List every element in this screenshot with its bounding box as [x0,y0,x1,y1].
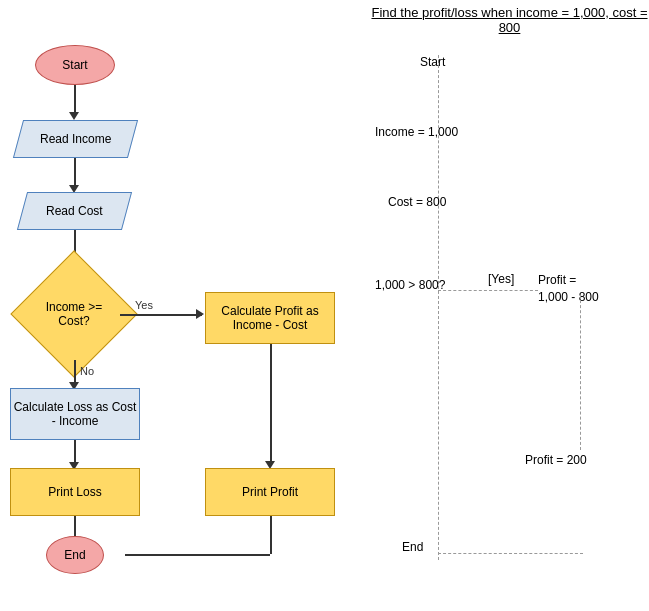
arrow-start-income [74,85,76,115]
flowchart: Start Read Income Read Cost Income >= Co… [0,0,370,611]
calc-loss-node: Calculate Loss as Cost - Income [10,388,140,440]
arrowhead-yes [196,309,204,319]
trace-panel: Find the profit/loss when income = 1,000… [370,0,649,611]
trace-end-line [438,553,583,554]
arrow-profit-print [270,344,272,464]
trace-cost: Cost = 800 [388,195,446,209]
arrow-profit-end-h [125,554,270,556]
trace-profit-v-line [580,295,581,450]
trace-end: End [402,540,423,554]
trace-title: Find the profit/loss when income = 1,000… [370,5,649,35]
no-label: No [80,365,94,377]
trace-start: Start [420,55,445,69]
start-node: Start [35,45,115,85]
read-cost-node: Read Cost [17,192,132,230]
print-loss-node: Print Loss [10,468,140,516]
read-income-node: Read Income [13,120,138,158]
calc-profit-node: Calculate Profit as Income - Cost [205,292,335,344]
yes-label: Yes [135,299,153,311]
decision-node: Income >= Cost? [28,268,120,360]
print-profit-node: Print Profit [205,468,335,516]
trace-yes-line [438,290,538,291]
trace-income: Income = 1,000 [375,125,458,139]
main-container: Start Read Income Read Cost Income >= Co… [0,0,649,611]
trace-profit-calc: Profit =1,000 - 800 [538,272,599,306]
arrow-profit-end-v [270,516,272,554]
arrowhead-1 [69,112,79,120]
trace-yes-label: [Yes] [488,272,514,286]
arrow-income-cost [74,158,76,188]
end-node: End [46,536,104,574]
trace-decision: 1,000 > 800? [375,278,445,292]
arrow-yes [120,314,202,316]
trace-profit-result: Profit = 200 [525,453,587,467]
